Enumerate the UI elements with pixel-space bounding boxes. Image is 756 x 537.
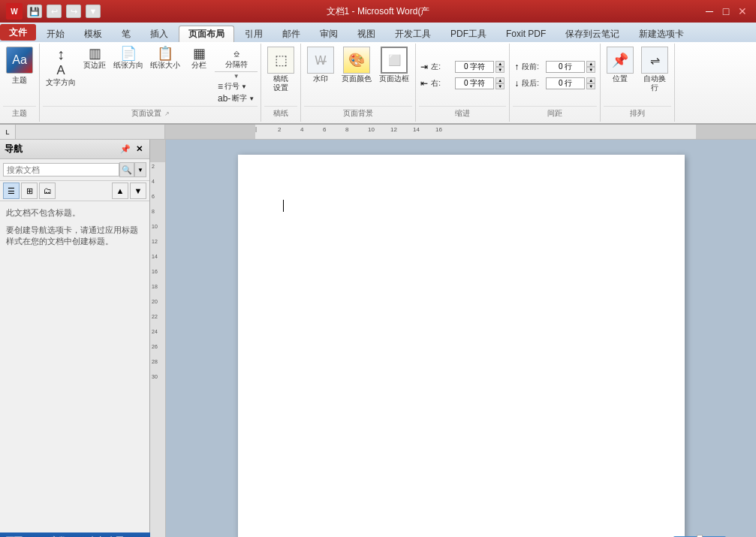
indent-right-up[interactable]: ▲	[495, 77, 505, 83]
spacing-after-input[interactable]	[546, 77, 585, 89]
tab-dev[interactable]: 开发工具	[386, 26, 440, 42]
pagesetup-group-label[interactable]: 页面设置 ↗	[43, 106, 258, 120]
breaks-arrow[interactable]: ▼	[215, 71, 258, 80]
pagesetup-expand-icon[interactable]: ↗	[164, 110, 170, 117]
nav-next-btn[interactable]: ▼	[130, 183, 146, 199]
tab-pen[interactable]: 笔	[113, 26, 140, 42]
nav-close-btn[interactable]: ✕	[133, 143, 145, 155]
status-lang: 中文(中国)	[89, 535, 127, 538]
indent-right-down[interactable]: ▼	[495, 83, 505, 89]
nav-pin-btn[interactable]: 📌	[119, 143, 131, 155]
linenumbers-arrow[interactable]: ▼	[241, 83, 247, 90]
tab-template[interactable]: 模板	[75, 26, 111, 42]
orientation-label: 纸张方向	[113, 61, 143, 70]
nav-search-input[interactable]	[3, 163, 119, 176]
indent-left-down[interactable]: ▼	[495, 67, 505, 73]
minimize-btn[interactable]: ─	[702, 4, 717, 19]
breaks-btn[interactable]: ⎒ 分隔符	[215, 45, 258, 71]
indent-right-input[interactable]	[455, 77, 494, 89]
orientation-btn[interactable]: 📄 纸张方向	[110, 45, 146, 71]
watermark-label: 水印	[313, 74, 328, 83]
margins-btn[interactable]: ▥ 页边距	[80, 45, 110, 71]
hyphenation-arrow[interactable]: ▼	[248, 95, 255, 102]
h-ruler: 8 6 4 2 | 2 4 6 8 10 12 14 16	[165, 125, 756, 140]
save-quick-btn[interactable]: 💾	[27, 5, 42, 18]
text-direction-btn[interactable]: ↕A 文字方向	[43, 45, 79, 89]
extra-quick-btn[interactable]: ▼	[86, 5, 101, 18]
page-color-label: 页面颜色	[342, 74, 372, 83]
text-direction-label: 文字方向	[46, 78, 76, 87]
tab-insert[interactable]: 插入	[141, 26, 177, 42]
indent-left-spin: ▲ ▼	[495, 61, 505, 73]
spacing-before-input[interactable]	[546, 61, 585, 73]
paper-settings-icon: ⬚	[267, 47, 294, 74]
tab-cloud[interactable]: 保存到云笔记	[556, 26, 628, 42]
ruler-4: 4	[300, 126, 303, 133]
tab-pdf[interactable]: PDF工具	[441, 26, 495, 42]
ribbon-group-spacing: ↑ 段前: ▲ ▼ ↓ 段后: ▲ ▼ 间距	[510, 44, 601, 122]
nav-prev-btn[interactable]: ▲	[112, 183, 128, 199]
paper-size-icon: 📋	[157, 47, 173, 60]
v-tick-28: 28	[152, 359, 158, 364]
nav-list-btn[interactable]: ☰	[3, 183, 20, 199]
indent-left-up[interactable]: ▲	[495, 61, 505, 67]
nav-search-bar: 🔍 ▼	[0, 159, 149, 181]
hyphenation-label: 断字	[232, 93, 247, 104]
linenumbers-label: 行号	[224, 81, 239, 92]
watermark-btn[interactable]: W̶ 水印	[304, 45, 337, 85]
position-btn[interactable]: 📌 位置	[604, 45, 637, 85]
nav-panel-header: 导航 📌 ✕	[0, 140, 149, 159]
status-page-info: 页面: 1/1	[6, 535, 38, 538]
doc-page[interactable]	[238, 155, 685, 537]
tab-newtab[interactable]: 新建选项卡	[630, 26, 693, 42]
tab-mail[interactable]: 邮件	[273, 26, 309, 42]
page-color-btn[interactable]: 🎨 页面颜色	[339, 45, 375, 85]
indent-left-input[interactable]	[455, 61, 494, 73]
spacing-after-down[interactable]: ▼	[586, 83, 595, 89]
ruler-corner[interactable]: L	[0, 125, 16, 140]
watermark-icon: W̶	[307, 47, 334, 74]
main-area: 导航 📌 ✕ 🔍 ▼ ☰ ⊞ 🗂 ▲ ▼ 此文档不包含标题。 要创建导航选项	[0, 140, 756, 532]
spacing-after-row: ↓ 段后: ▲ ▼	[513, 77, 597, 90]
paper-settings-btn[interactable]: ⬚ 稿纸设置	[264, 45, 297, 94]
linenumbers-btn[interactable]: ≡ 行号 ▼	[215, 80, 258, 92]
indent-left-row: ⇥ 左: ▲ ▼	[419, 60, 506, 74]
tab-file[interactable]: 文件	[0, 24, 36, 41]
spacing-before-up[interactable]: ▲	[586, 61, 595, 67]
columns-btn[interactable]: ▦ 分栏	[184, 45, 214, 71]
breaks-icon: ⎒	[233, 47, 239, 59]
undo-quick-btn[interactable]: ↩	[47, 5, 62, 18]
page-border-btn[interactable]: ⬜ 页面边框	[376, 45, 412, 85]
nav-search-dropdown[interactable]: ▼	[134, 162, 146, 177]
close-btn[interactable]: ✕	[735, 4, 750, 19]
text-direction-icon: ↕A	[56, 47, 65, 77]
doc-with-vruler: 2 4 6 8 10 12 14 16 18 20 22 24 26 28 30	[150, 140, 756, 537]
tab-layout[interactable]: 页面布局	[179, 26, 234, 42]
tab-foxit[interactable]: Foxit PDF	[497, 26, 555, 42]
columns-icon: ▦	[193, 47, 206, 60]
spacing-before-down[interactable]: ▼	[586, 67, 595, 73]
theme-btn[interactable]: Aa 主题	[3, 45, 36, 86]
redo-quick-btn[interactable]: ↪	[66, 5, 81, 18]
spacing-before-spin: ▲ ▼	[586, 61, 595, 73]
tab-references[interactable]: 引用	[236, 26, 272, 42]
position-icon: 📌	[607, 47, 634, 74]
tab-home[interactable]: 开始	[38, 26, 74, 42]
nav-view-group: ☰ ⊞ 🗂	[3, 183, 56, 199]
ribbon-group-background: W̶ 水印 🎨 页面颜色 ⬜ 页面边框 页面背景	[301, 44, 416, 122]
tab-review[interactable]: 审阅	[311, 26, 347, 42]
nav-grid-btn[interactable]: ⊞	[21, 183, 38, 199]
doc-scroll[interactable]: G 极光下载站 www.xz7.com	[166, 140, 756, 537]
v-tick-14: 14	[152, 254, 158, 259]
autowrap-btn[interactable]: ⇌ 自动换行	[638, 45, 671, 94]
theme-group-label[interactable]: 主题	[3, 106, 36, 120]
paper-size-btn[interactable]: 📋 纸张大小	[147, 45, 183, 71]
spacing-after-icon: ↓	[514, 78, 519, 89]
hyphenation-btn[interactable]: ab- 断字 ▼	[215, 92, 258, 104]
nav-tree-btn[interactable]: 🗂	[39, 183, 56, 199]
tab-view[interactable]: 视图	[348, 26, 384, 42]
ruler-left-margin	[165, 125, 255, 139]
spacing-after-up[interactable]: ▲	[586, 77, 595, 83]
maximize-btn[interactable]: □	[718, 4, 733, 19]
nav-search-button[interactable]: 🔍	[119, 162, 134, 177]
